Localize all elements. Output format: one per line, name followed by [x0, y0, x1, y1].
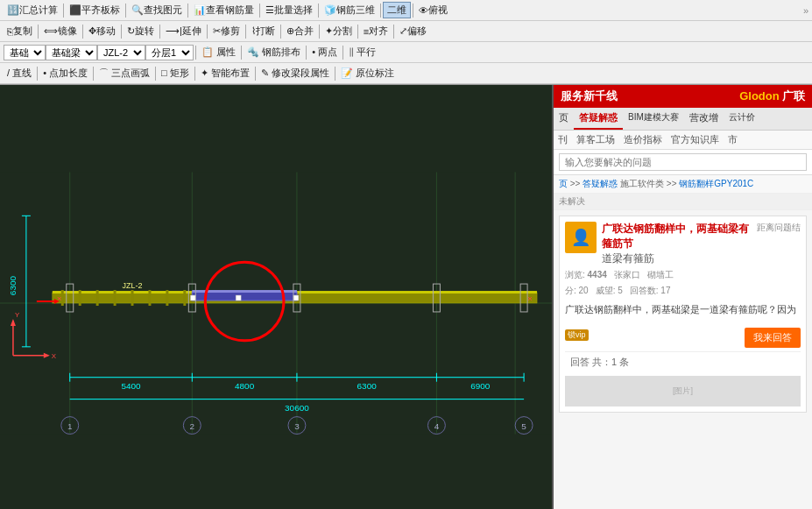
rp-subnav: 刊 算客工场 造价指标 官方知识库 市: [554, 131, 812, 150]
sep-r3-1: [195, 46, 196, 60]
stat-score: 分: 20: [565, 285, 589, 297]
btn-flat-board[interactable]: ⬛ 平齐板标: [66, 3, 124, 18]
btn-extend[interactable]: ⟶| 延伸: [162, 24, 205, 39]
nav-bim[interactable]: BIM建模大赛: [623, 108, 684, 130]
right-panel: 服务新千线 Glodon 广联 页 答疑解惑 BIM建模大赛 营改增 云计价 刊…: [554, 85, 812, 509]
logo-glodon-cn: 广联: [782, 89, 805, 103]
nav-qa[interactable]: 答疑解惑: [574, 108, 623, 130]
sep-r2-10: [393, 25, 394, 39]
svg-rect-38: [190, 295, 195, 300]
subnav-workshop[interactable]: 算客工场: [572, 131, 619, 149]
nav-tax[interactable]: 营改增: [684, 108, 724, 130]
sep-r4-5: [255, 67, 256, 81]
btn-arc[interactable]: ⌒ 三点画弧: [95, 66, 153, 81]
btn-batch[interactable]: ☰ 批量选择: [262, 3, 316, 18]
sep1: [63, 4, 64, 18]
btn-rect[interactable]: □ 矩形: [158, 66, 193, 81]
svg-rect-29: [79, 290, 81, 306]
btn-rebar-layout[interactable]: 🔩 钢筋排布: [244, 45, 304, 60]
select-type-2[interactable]: 基础梁: [46, 45, 97, 60]
sep-r4-6: [335, 67, 335, 81]
q-distance: 距离问题结: [757, 222, 801, 234]
breadcrumb-home[interactable]: 页: [559, 179, 568, 188]
btn-line[interactable]: / 直线: [4, 66, 35, 81]
btn-parallel[interactable]: ∥ 平行: [345, 45, 379, 60]
toolbar-row-4: / 直线 • 点加长度 ⌒ 三点画弧 □ 矩形 ✦ 智能布置 ✎ 修改梁段属性 …: [0, 63, 812, 84]
q-stats-2: 分: 20 威望: 5 回答数: 17: [565, 285, 801, 297]
btn-trim[interactable]: ✂ 修剪: [209, 24, 244, 39]
select-type-1[interactable]: 基础: [4, 45, 46, 60]
logo-left: 服务新千线: [561, 88, 618, 104]
svg-text:5: 5: [521, 421, 526, 431]
btn-smart-layout[interactable]: ✦ 智能布置: [197, 66, 253, 81]
nav-home[interactable]: 页: [554, 108, 574, 130]
q-actions: 锁vip 我来回答: [565, 322, 801, 348]
btn-rotate[interactable]: ↻ 旋转: [124, 24, 158, 39]
breadcrumb-category[interactable]: 钢筋翻样GPY201C: [679, 179, 753, 188]
btn-break[interactable]: ⌇ 打断: [248, 24, 279, 39]
subnav-market[interactable]: 市: [724, 131, 742, 149]
nav-cloud[interactable]: 云计价: [724, 108, 760, 130]
svg-rect-33: [148, 290, 151, 306]
btn-site-annotation[interactable]: 📝 原位标注: [337, 66, 398, 81]
subnav-knowledge[interactable]: 官方知识库: [667, 131, 724, 149]
stat-answers: 回答数: 17: [630, 285, 671, 297]
breadcrumb-qa[interactable]: 答疑解惑: [583, 179, 618, 188]
search-input[interactable]: [559, 153, 807, 171]
q-body: 广联达钢筋翻样中，两基础梁是一道梁有箍筋呢？因为: [565, 302, 801, 317]
svg-rect-35: [183, 290, 186, 306]
select-type-4[interactable]: 分层1: [145, 45, 194, 60]
select-type-3[interactable]: JZL-2: [97, 45, 145, 60]
btn-property[interactable]: 📋 属性: [198, 45, 239, 60]
sep-r2-1: [38, 25, 39, 39]
stat-location: 张家口: [614, 269, 640, 281]
sep-r3-3: [306, 46, 307, 60]
sep6: [380, 4, 381, 18]
subnav-price[interactable]: 造价指标: [619, 131, 667, 149]
rp-header: 服务新千线 Glodon 广联: [554, 85, 812, 108]
btn-split[interactable]: ✦ 分割: [321, 24, 356, 39]
btn-find[interactable]: 🔍 查找图元: [128, 3, 186, 18]
btn-merge[interactable]: ⊕ 合并: [283, 24, 317, 39]
expand-icon: »: [803, 5, 808, 16]
btn-2d[interactable]: 二维: [383, 2, 411, 18]
btn-offset[interactable]: ⤢ 偏移: [396, 24, 430, 39]
btn-align[interactable]: ≡ 对齐: [360, 24, 392, 39]
subnav-刊[interactable]: 刊: [554, 131, 572, 149]
btn-3d[interactable]: 🧊 钢筋三维: [321, 3, 378, 18]
svg-text:X: X: [52, 352, 57, 360]
btn-mirror[interactable]: ⟺ 镜像: [40, 24, 81, 39]
svg-rect-32: [131, 290, 134, 306]
breadcrumb: 页 >> 答疑解惑 施工软件类 >> 钢筋翻样GPY201C: [554, 175, 812, 194]
btn-copy[interactable]: ⎘ 复制: [4, 24, 36, 39]
btn-calc[interactable]: 🔢 汇总计算: [4, 3, 61, 18]
question-card: 👤 广联达钢筋翻样中，两基础梁有箍筋节 道梁有箍筋 距离问题结 浏览: 4434…: [559, 216, 807, 413]
svg-text:5400: 5400: [121, 381, 141, 391]
rp-content: 👤 广联达钢筋翻样中，两基础梁有箍筋节 道梁有箍筋 距离问题结 浏览: 4434…: [554, 210, 812, 509]
sep-r3-2: [241, 46, 242, 60]
sep2: [125, 4, 126, 18]
sep-r4-4: [194, 67, 195, 81]
q-title-area: 广联达钢筋翻样中，两基础梁有箍筋节 道梁有箍筋: [602, 222, 752, 265]
btn-topview[interactable]: 👁 俯视: [415, 3, 451, 18]
footer-image: [图片]: [565, 376, 801, 406]
btn-point-length[interactable]: • 点加长度: [39, 66, 91, 81]
q-title: 广联达钢筋翻样中，两基础梁有箍筋节: [602, 222, 752, 251]
sep-r2-8: [319, 25, 320, 39]
btn-move[interactable]: ✥ 移动: [85, 24, 119, 39]
btn-rebar-qty[interactable]: 📊 查看钢筋量: [190, 3, 258, 18]
toolbar-row-2: ⎘ 复制 ⟺ 镜像 ✥ 移动 ↻ 旋转 ⟶| 延伸 ✂ 修剪 ⌇ 打断 ⊕ 合并…: [0, 21, 812, 42]
q-title-text: 广联达钢筋翻样中，两基础梁有箍筋节: [602, 223, 749, 250]
logo-glodon: Glodon: [739, 89, 780, 103]
drawing-area[interactable]: 6300 5400 4800 6300 6900 30600: [0, 85, 552, 509]
svg-rect-39: [236, 295, 241, 300]
svg-text:3: 3: [294, 421, 300, 431]
toolbar-row-1: 🔢 汇总计算 ⬛ 平齐板标 🔍 查找图元 📊 查看钢筋量 ☰ 批量选择 🧊 钢筋…: [0, 0, 812, 21]
sep-r2-5: [207, 25, 208, 39]
svg-rect-36: [192, 292, 297, 300]
btn-two-point[interactable]: • 两点: [308, 45, 341, 60]
q-subtitle: 道梁有箍筋: [602, 251, 752, 266]
answer-button[interactable]: 我来回答: [745, 328, 801, 348]
btn-modify-beam[interactable]: ✎ 修改梁段属性: [258, 66, 333, 81]
cad-area[interactable]: 6300 5400 4800 6300 6900 30600: [0, 85, 554, 509]
